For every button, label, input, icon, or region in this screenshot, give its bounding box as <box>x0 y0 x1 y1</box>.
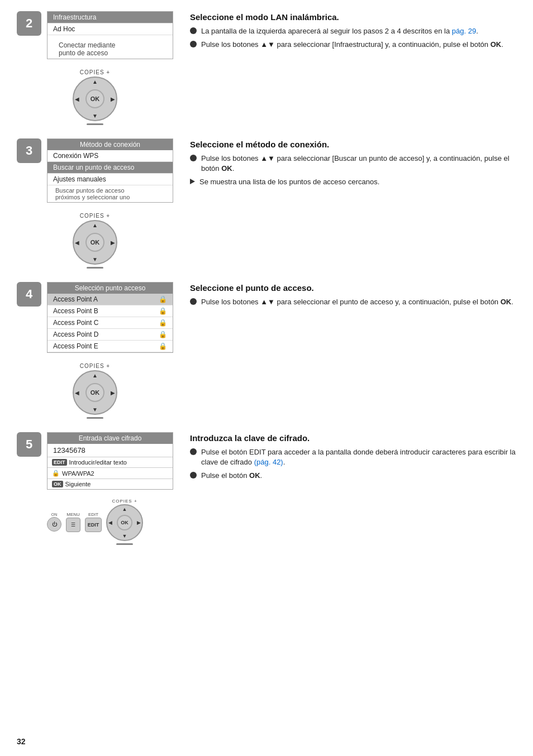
step-5-header: 5 Entrada clave cifrado 12345678 EDIT In… <box>17 432 173 490</box>
menu-button[interactable]: MENU ☰ <box>66 512 80 532</box>
step-2-row: 2 Infraestructura Ad Hoc Conectar median… <box>17 11 516 128</box>
screen-item-adhoc: Ad Hoc <box>47 23 173 35</box>
lock-icon-c: 🔒 <box>159 319 167 327</box>
copies-controller-2: COPIES + ▲ ▼ ◀ ▶ OK <box>73 69 117 125</box>
step-4-number: 4 <box>17 282 41 307</box>
bullet-dot <box>190 472 197 479</box>
bullet-dot <box>190 448 197 455</box>
step-2-header: 2 Infraestructura Ad Hoc Conectar median… <box>17 11 173 59</box>
dpad-right-4[interactable]: ▶ <box>111 390 115 396</box>
link-pag42: (pág. 42) <box>254 458 283 466</box>
step-4-row: 4 Selección punto acceso Access Point A … <box>17 282 516 422</box>
step-5-number: 5 <box>17 432 41 457</box>
on-circle[interactable]: ⏻ <box>47 517 61 532</box>
step-3-bullet-2: Se muestra una lista de los puntos de ac… <box>190 177 516 187</box>
edit-button[interactable]: EDIT EDIT <box>85 512 102 532</box>
bullet-text: Pulse los botones ▲▼ para seleccionar [B… <box>201 154 516 174</box>
access-point-d-row: Access Point D 🔒 <box>47 329 173 341</box>
screen-lock-row: 🔒 WPA/WPA2 <box>47 468 173 479</box>
step-3-header: 3 Método de conexión Conexión WPS Buscar… <box>17 138 173 203</box>
dpad-ok-5[interactable]: OK <box>117 515 132 530</box>
bullet-dot <box>190 298 197 305</box>
step-3-title: Seleccione el método de conexión. <box>190 140 516 149</box>
dpad-up-4[interactable]: ▲ <box>92 372 98 379</box>
lock-icon-d: 🔒 <box>159 331 167 338</box>
dpad-right-3[interactable]: ▶ <box>111 240 115 246</box>
copies-small-5: COPIES + <box>112 499 137 504</box>
copies-label-4: COPIES + <box>80 363 110 369</box>
dpad-up-5[interactable]: ▲ <box>122 506 127 512</box>
bullet-text: Pulse los botones ▲▼ para seleccionar [I… <box>201 40 503 50</box>
bullet-dot <box>190 155 197 161</box>
screen-header-3: Método de conexión <box>47 139 173 150</box>
step-3-row: 3 Método de conexión Conexión WPS Buscar… <box>17 138 516 272</box>
dpad-4[interactable]: ▲ ▼ ◀ ▶ OK <box>73 370 117 415</box>
access-point-e-label: Access Point E <box>53 342 98 350</box>
screen-item-wps: Conexión WPS <box>47 150 173 162</box>
page: 2 Infraestructura Ad Hoc Conectar median… <box>0 0 533 756</box>
dpad-bar-4 <box>87 417 103 419</box>
bullet-dot <box>190 27 197 34</box>
step-3-left: 3 Método de conexión Conexión WPS Buscar… <box>17 138 173 272</box>
step-3-screen: Método de conexión Conexión WPS Buscar u… <box>47 138 173 203</box>
screen-item-manual: Ajustes manuales <box>47 174 173 185</box>
on-button[interactable]: ON ⏻ <box>47 513 61 532</box>
dpad-ok-2[interactable]: OK <box>85 89 104 108</box>
dpad-left-2[interactable]: ◀ <box>75 96 79 102</box>
step-5-right: Introduzca la clave de cifrado. Pulse el… <box>173 432 516 485</box>
dpad-up-2[interactable]: ▲ <box>92 79 98 85</box>
step-5-title: Introduzca la clave de cifrado. <box>190 433 516 443</box>
edit-badge: EDIT <box>52 459 67 466</box>
step-2-title: Seleccione el modo LAN inalámbrica. <box>190 12 516 22</box>
dpad-2[interactable]: ▲ ▼ ◀ ▶ OK <box>73 76 117 121</box>
screen-item-conectar: Conectar mediantepunto de acceso <box>47 40 173 59</box>
dpad-ok-3[interactable]: OK <box>85 233 104 252</box>
dpad-3[interactable]: ▲ ▼ ◀ ▶ OK <box>73 220 117 265</box>
step-3-number: 3 <box>17 138 41 163</box>
menu-label: MENU <box>66 512 80 517</box>
screen-header-4: Selección punto acceso <box>47 283 173 294</box>
dpad-down-5[interactable]: ▼ <box>122 533 127 539</box>
menu-square[interactable]: ☰ <box>66 518 80 532</box>
dpad-ok-4[interactable]: OK <box>85 383 104 402</box>
screen-item-blank <box>47 35 173 40</box>
dpad-right-2[interactable]: ▶ <box>111 96 115 102</box>
dpad-left-5[interactable]: ◀ <box>108 520 112 525</box>
copies-label-3: COPIES + <box>80 213 110 219</box>
dpad-down-4[interactable]: ▼ <box>92 406 98 413</box>
access-point-a-row: Access Point A 🔒 <box>47 294 173 305</box>
dpad-left-4[interactable]: ◀ <box>75 390 79 396</box>
dpad-up-3[interactable]: ▲ <box>92 222 98 228</box>
step-2-left: 2 Infraestructura Ad Hoc Conectar median… <box>17 11 173 128</box>
step-2-number: 2 <box>17 11 41 36</box>
access-point-a-label: Access Point A <box>53 295 98 303</box>
step-4-header: 4 Selección punto acceso Access Point A … <box>17 282 173 353</box>
dpad-right-5[interactable]: ▶ <box>137 520 141 525</box>
screen-item-infraestructura: Infraestructura <box>47 12 173 23</box>
bottom-controller-5: ON ⏻ MENU ☰ EDIT EDIT COPIES + ▲ ▼ <box>47 499 143 545</box>
step-4-title: Seleccione el punto de acceso. <box>190 283 516 293</box>
dpad-bar-3 <box>87 267 103 269</box>
screen-edit-row: EDIT Introducir/editar texto <box>47 457 173 468</box>
bullet-text: La pantalla de la izquierda aparecerá al… <box>201 26 478 36</box>
dpad-down-2[interactable]: ▼ <box>92 113 98 119</box>
step-4-left: 4 Selección punto acceso Access Point A … <box>17 282 173 422</box>
edit-ctrl[interactable]: EDIT <box>85 518 102 532</box>
step-4-right: Seleccione el punto de acceso. Pulse los… <box>173 282 516 310</box>
lock-icon-b: 🔒 <box>159 307 167 315</box>
dpad-down-3[interactable]: ▼ <box>92 256 98 262</box>
screen-header-5: Entrada clave cifrado <box>47 433 173 444</box>
dpad-bar-5 <box>116 543 133 545</box>
dpad-5[interactable]: ▲ ▼ ◀ ▶ OK <box>106 504 143 541</box>
step-2-bullet-1: La pantalla de la izquierda aparecerá al… <box>190 26 516 36</box>
screen-cipher-input: 12345678 <box>47 444 173 457</box>
ok-badge: OK <box>52 481 63 487</box>
page-number: 32 <box>17 737 26 746</box>
step-4-bullet-1: Pulse los botones ▲▼ para seleccionar el… <box>190 297 516 307</box>
access-point-c-row: Access Point C 🔒 <box>47 317 173 329</box>
dpad-left-3[interactable]: ◀ <box>75 240 79 246</box>
access-point-d-label: Access Point D <box>53 331 98 338</box>
on-label: ON <box>51 513 58 516</box>
step-5-left: 5 Entrada clave cifrado 12345678 EDIT In… <box>17 432 173 545</box>
dpad-5-container: COPIES + ▲ ▼ ◀ ▶ OK <box>106 499 143 545</box>
